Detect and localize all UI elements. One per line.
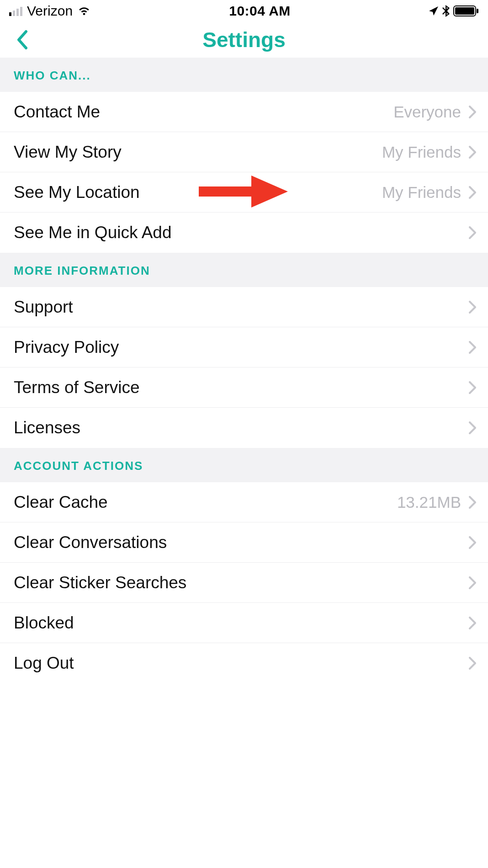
chevron-right-icon [467, 575, 477, 591]
row-clear-sticker-searches[interactable]: Clear Sticker Searches [0, 563, 488, 603]
battery-icon [453, 5, 479, 16]
chevron-right-icon [467, 184, 477, 201]
svg-rect-1 [455, 7, 474, 15]
row-label: Blocked [14, 613, 467, 633]
section-header-account-actions: ACCOUNT ACTIONS [0, 448, 488, 482]
chevron-right-icon [467, 224, 477, 241]
row-value: My Friends [382, 183, 461, 202]
chevron-right-icon [467, 339, 477, 356]
row-label: Clear Cache [14, 493, 397, 512]
row-terms-of-service[interactable]: Terms of Service [0, 367, 488, 408]
carrier-label: Verizon [27, 3, 73, 19]
status-bar: Verizon 10:04 AM [0, 0, 488, 22]
row-log-out[interactable]: Log Out [0, 643, 488, 683]
row-clear-conversations[interactable]: Clear Conversations [0, 522, 488, 563]
row-contact-me[interactable]: Contact Me Everyone [0, 92, 488, 132]
row-label: Clear Conversations [14, 533, 467, 552]
chevron-right-icon [467, 615, 477, 631]
row-licenses[interactable]: Licenses [0, 408, 488, 448]
chevron-right-icon [467, 494, 477, 511]
chevron-left-icon [16, 30, 28, 50]
row-value: 13.21MB [397, 493, 461, 511]
status-right [429, 5, 479, 17]
chevron-right-icon [467, 299, 477, 315]
row-support[interactable]: Support [0, 287, 488, 327]
row-label: Licenses [14, 418, 467, 437]
back-button[interactable] [11, 29, 33, 51]
row-privacy-policy[interactable]: Privacy Policy [0, 327, 488, 367]
row-value: My Friends [382, 143, 461, 161]
row-blocked[interactable]: Blocked [0, 603, 488, 643]
row-label: See My Location [14, 183, 382, 202]
svg-rect-2 [477, 9, 478, 13]
nav-header: Settings [0, 22, 488, 58]
row-label: Contact Me [14, 102, 393, 122]
row-value: Everyone [393, 103, 461, 121]
chevron-right-icon [467, 144, 477, 160]
row-clear-cache[interactable]: Clear Cache 13.21MB [0, 482, 488, 522]
section-header-who-can: WHO CAN... [0, 58, 488, 92]
signal-strength-icon [9, 6, 22, 16]
location-arrow-icon [429, 6, 439, 16]
status-time: 10:04 AM [229, 3, 291, 19]
row-label: Terms of Service [14, 378, 467, 397]
chevron-right-icon [467, 420, 477, 436]
wifi-icon [77, 3, 91, 19]
chevron-right-icon [467, 104, 477, 120]
row-label: See Me in Quick Add [14, 223, 467, 242]
page-title: Settings [202, 27, 285, 52]
row-label: Log Out [14, 654, 467, 673]
status-left: Verizon [9, 3, 91, 19]
row-see-my-location[interactable]: See My Location My Friends [0, 172, 488, 213]
row-label: Support [14, 298, 467, 317]
row-label: View My Story [14, 143, 382, 162]
chevron-right-icon [467, 655, 477, 671]
row-view-my-story[interactable]: View My Story My Friends [0, 132, 488, 172]
row-label: Clear Sticker Searches [14, 573, 467, 592]
row-quick-add[interactable]: See Me in Quick Add [0, 213, 488, 253]
chevron-right-icon [467, 379, 477, 396]
row-label: Privacy Policy [14, 338, 467, 357]
section-header-more-info: MORE INFORMATION [0, 253, 488, 287]
chevron-right-icon [467, 534, 477, 551]
bluetooth-icon [442, 5, 450, 17]
